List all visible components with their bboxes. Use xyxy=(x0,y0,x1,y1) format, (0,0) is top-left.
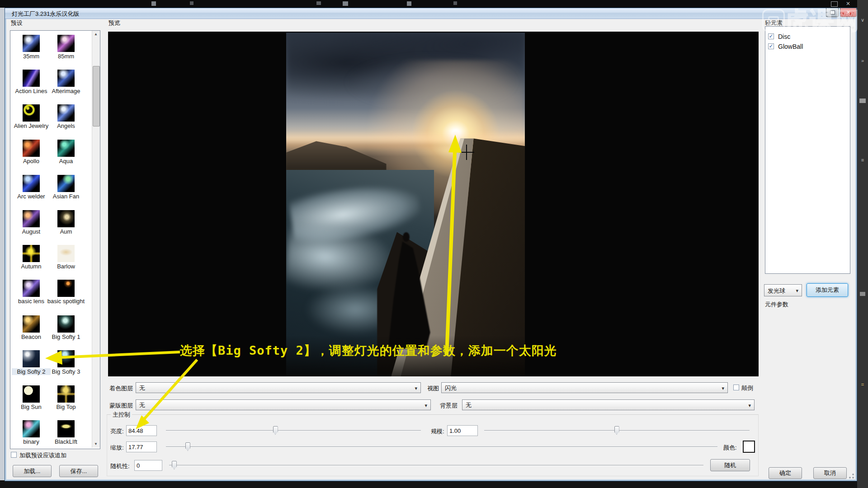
title-bar[interactable] xyxy=(5,8,856,19)
panel-square-icon[interactable] xyxy=(857,99,868,104)
element-type-dropdown[interactable]: 发光球 ▾ xyxy=(764,284,802,296)
preset-thumbnail[interactable] xyxy=(57,350,75,367)
preset-thumbnail[interactable] xyxy=(23,280,40,297)
randomness-slider[interactable] xyxy=(169,461,703,470)
preset-thumbnail[interactable] xyxy=(23,385,40,403)
preset-thumbnail[interactable] xyxy=(57,315,75,333)
preset-thumbnail[interactable] xyxy=(23,350,40,367)
preset-item[interactable]: 85mm xyxy=(47,35,85,60)
preset-item[interactable]: basic spotlight xyxy=(47,280,85,305)
random-button[interactable]: 随机 xyxy=(710,459,750,471)
preset-thumbnail[interactable] xyxy=(57,140,75,157)
element-item[interactable]: GlowBall xyxy=(768,42,850,51)
chevron-down-icon[interactable]: ∨ xyxy=(857,17,868,23)
preview-photo[interactable] xyxy=(286,33,525,376)
slider-thumb[interactable] xyxy=(273,426,278,435)
preset-item[interactable]: basic lens xyxy=(12,280,51,305)
preset-item[interactable]: Big Softy 2 xyxy=(12,350,51,375)
zoom-slider[interactable] xyxy=(166,442,717,451)
preset-thumbnail[interactable] xyxy=(57,104,75,122)
preset-item[interactable]: Beacon xyxy=(12,315,51,340)
preset-thumbnail[interactable] xyxy=(23,140,40,157)
preset-thumbnail[interactable] xyxy=(23,104,40,122)
preset-item[interactable]: Alien Jewelry xyxy=(12,104,51,129)
preset-item[interactable]: Arc welder xyxy=(12,175,51,200)
preset-item[interactable]: Big Softy 1 xyxy=(47,315,85,340)
preset-item[interactable]: Afterimage xyxy=(47,70,85,94)
ok-button[interactable]: 确定 xyxy=(769,467,802,479)
load-button[interactable]: 加载... xyxy=(13,465,52,477)
preset-thumbnail[interactable] xyxy=(23,70,40,87)
scroll-down-icon[interactable]: ▼ xyxy=(92,441,99,448)
background-layer-dropdown[interactable]: 无 ▾ xyxy=(462,399,755,410)
double-arrow-icon[interactable]: » xyxy=(857,58,868,63)
scroll-up-icon[interactable]: ▲ xyxy=(92,31,99,38)
preset-thumbnail[interactable] xyxy=(23,175,40,192)
slider-thumb[interactable] xyxy=(614,426,619,435)
preset-thumbnail[interactable] xyxy=(23,315,40,333)
preset-item[interactable]: Aqua xyxy=(47,140,85,164)
preset-item[interactable]: Autumn xyxy=(12,245,51,270)
scrollbar-thumb[interactable] xyxy=(93,66,100,127)
preset-thumbnail[interactable] xyxy=(57,280,75,297)
add-element-button[interactable]: 添加元素 xyxy=(807,283,848,297)
preset-item[interactable]: BlackLIft xyxy=(47,420,85,445)
preset-item[interactable]: Big Top xyxy=(47,385,85,410)
preset-thumbnail[interactable] xyxy=(57,175,75,192)
panel-square-icon[interactable] xyxy=(857,291,868,297)
element-checkbox[interactable] xyxy=(768,43,774,49)
save-button[interactable]: 保存... xyxy=(59,465,98,477)
preset-item[interactable]: Asian Fan xyxy=(47,175,85,200)
preset-thumbnail[interactable] xyxy=(57,35,75,52)
mask-layer-dropdown[interactable]: 无 ▾ xyxy=(136,399,431,410)
resize-grip-icon[interactable] xyxy=(849,474,854,479)
view-label: 视图 xyxy=(427,385,439,393)
preset-item[interactable]: Action Lines xyxy=(12,70,51,94)
preset-thumbnail[interactable] xyxy=(57,420,75,437)
colorize-layer-dropdown[interactable]: 无 ▾ xyxy=(136,382,421,393)
preset-item[interactable]: Aum xyxy=(47,210,85,235)
panel-lines-icon[interactable]: ≡ xyxy=(857,157,868,163)
preset-thumbnail[interactable] xyxy=(23,420,40,437)
preset-item[interactable]: 35mm xyxy=(12,35,51,60)
preset-thumbnail[interactable] xyxy=(57,70,75,87)
preset-item[interactable]: binary xyxy=(12,420,51,445)
light-position-crosshair[interactable] xyxy=(459,145,474,160)
host-restore-icon[interactable] xyxy=(831,1,838,7)
scale-slider[interactable] xyxy=(484,426,750,435)
preset-item[interactable]: August xyxy=(12,210,51,235)
preset-item[interactable]: Big Sun xyxy=(12,385,51,410)
brightness-input[interactable] xyxy=(126,425,157,436)
scale-input[interactable] xyxy=(447,425,478,436)
flip-checkbox[interactable] xyxy=(733,385,739,390)
element-checkbox[interactable] xyxy=(768,33,774,39)
preset-thumbnail[interactable] xyxy=(23,245,40,262)
preset-thumbnail[interactable] xyxy=(57,245,75,262)
close-button[interactable]: ✕ xyxy=(840,8,857,17)
preset-item[interactable]: Barlow xyxy=(47,245,85,270)
brightness-slider[interactable] xyxy=(166,426,421,435)
preset-thumbnail[interactable] xyxy=(23,210,40,227)
elements-listbox[interactable]: Disc GlowBall xyxy=(765,26,850,274)
zoom-input[interactable] xyxy=(126,441,157,452)
preset-label: Autumn xyxy=(12,263,51,270)
panel-lines-icon[interactable]: = xyxy=(857,382,868,387)
randomness-input[interactable] xyxy=(134,460,162,471)
restore-button[interactable] xyxy=(826,8,839,17)
preset-thumbnail[interactable] xyxy=(23,35,40,52)
preset-scrollbar[interactable]: ▲ ▼ xyxy=(92,31,100,448)
cancel-button[interactable]: 取消 xyxy=(813,467,847,479)
preset-item[interactable]: Big Softy 3 xyxy=(47,350,85,375)
color-swatch[interactable] xyxy=(743,441,755,453)
slider-thumb[interactable] xyxy=(185,442,190,451)
preset-item[interactable]: Apollo xyxy=(12,140,51,164)
preset-thumbnail[interactable] xyxy=(57,385,75,403)
element-item[interactable]: Disc xyxy=(768,32,850,41)
slider-thumb[interactable] xyxy=(172,461,177,469)
preset-thumbnail[interactable] xyxy=(57,210,75,227)
append-preset-checkbox[interactable] xyxy=(11,452,17,458)
view-dropdown[interactable]: 闪光 ▾ xyxy=(441,382,728,393)
preset-listbox[interactable]: ▲ ▼ 35mm 85mm Action Lines Afterimage Al… xyxy=(10,30,100,449)
host-close-icon[interactable]: ✕ xyxy=(846,0,850,7)
preset-item[interactable]: Angels xyxy=(47,104,85,129)
